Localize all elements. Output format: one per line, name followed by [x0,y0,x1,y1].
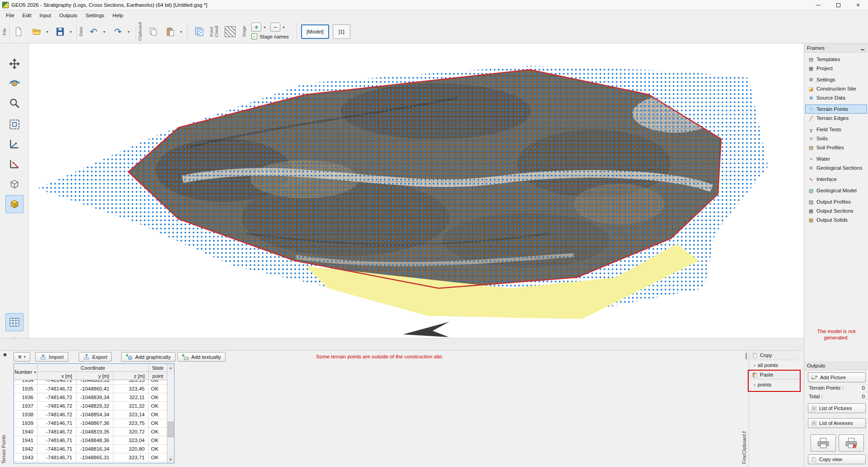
redo-dropdown[interactable]: ▾ [126,24,132,39]
viewport-3d[interactable] [29,43,804,338]
import-button[interactable]: Import [35,352,68,362]
remove-stage-button[interactable]: − [270,23,280,32]
list-of-annexes-button[interactable]: List of Annexes [808,418,866,428]
table-row[interactable]: 1941-748146,71-1048848,36323,04OK [14,436,167,445]
frame-item-geological-model[interactable]: ▧Geological Model [805,186,867,195]
frame-item-templates[interactable]: ▤Templates [805,55,867,64]
frame-item-terrain-points[interactable]: ∷Terrain Points [805,105,867,114]
horizontal-splitter[interactable] [0,338,804,351]
terrain-3d-view[interactable] [29,43,804,338]
table-row[interactable]: 1938-748146,72-1048854,34323,14OK [14,410,167,419]
close-button[interactable]: × [848,0,868,10]
redo-button[interactable]: ↷ [110,24,126,39]
table-row[interactable]: 1939-748146,71-1048867,36323,75OK [14,419,167,428]
z-header[interactable]: z [m] [113,372,148,380]
table-row[interactable]: 1934-748146,72-1048883,33325,15OK [14,380,167,385]
state-header[interactable]: State [149,364,167,372]
x-header[interactable]: x [m] [38,372,76,380]
paste-button[interactable] [163,24,178,39]
frame-item-geological-sections[interactable]: ≋Geological Sections [805,163,867,172]
print-preview-button[interactable] [839,434,864,452]
frames-minimize-button[interactable] [861,46,865,50]
menu-item-outputs[interactable]: Outputs [55,11,81,19]
paste-button-panel[interactable]: Paste [749,370,799,380]
paste-dropdown[interactable]: ▾ [178,24,184,39]
fit-screen-tool-button[interactable] [5,115,24,133]
zoom-tool-button[interactable] [5,94,24,112]
stage-1-button[interactable]: [1] [333,24,350,39]
undo-dropdown[interactable]: ▾ [101,24,107,39]
export-button[interactable]: Export [79,352,112,362]
add-picture-button[interactable]: Add Picture [808,372,866,382]
table-row[interactable]: 1937-748146,72-1048829,32321,32OK [14,402,167,410]
panel-splitter-handle[interactable] [745,353,747,359]
frame-item-output-sections[interactable]: ▦Output Sections [805,206,867,215]
axonometry-tool-button[interactable] [5,135,24,153]
axes-tool-button[interactable] [5,155,24,173]
stage-names-toggle[interactable]: ✓ Stage names [251,33,289,39]
number-header[interactable]: Number [14,369,32,375]
open-file-button[interactable] [29,24,44,39]
copy-button-panel[interactable]: Copy [749,351,799,360]
frame-item-output-profiles[interactable]: ▨Output Profiles [805,197,867,206]
coordinate-header[interactable]: Coordinate [38,364,148,372]
add-stage-button[interactable]: + [251,23,261,32]
frame-item-source-data[interactable]: ⊕Source Data [805,93,867,102]
stage-names-checkbox[interactable]: ✓ [251,33,257,39]
open-file-dropdown[interactable]: ▾ [44,24,50,39]
wireframe-view-tool-button[interactable] [5,175,24,193]
table-row[interactable]: 1942-748146,71-1048816,34320,80OK [14,445,167,453]
menu-item-help[interactable]: Help [108,11,127,19]
list-of-pictures-button[interactable]: List of Pictures [808,403,866,413]
scroll-down-icon[interactable]: ▼ [167,456,174,463]
table-row[interactable]: 1943-748146,71-1048865,31323,71OK [14,453,167,462]
orbit-tool-button[interactable] [5,74,24,92]
menu-item-settings[interactable]: Settings [81,11,108,19]
y-header[interactable]: y [m] [76,372,113,380]
save-file-button[interactable] [52,24,68,39]
menu-item-file[interactable]: File [2,11,19,19]
table-body[interactable]: 1934-748146,72-1048883,33325,15OK1935-74… [14,380,167,463]
north-arrow [403,322,449,337]
frame-item-terrain-edges[interactable]: ╱Terrain Edges [805,114,867,123]
frame-item-soils[interactable]: ≡Soils [805,134,867,143]
frame-item-soil-profiles[interactable]: ▤Soil Profiles [805,143,867,152]
add-graphically-button[interactable]: Add graphically [121,352,175,362]
stage-hatch-button[interactable] [222,24,238,39]
paste-points-item[interactable]: › points [749,380,799,390]
copy-view-button[interactable]: Copy view [808,454,866,464]
remove-stage-dropdown[interactable]: ▾ [281,23,287,32]
model-stage-button[interactable]: [Model] [301,24,329,39]
copy-button[interactable] [146,24,161,39]
add-stage-dropdown[interactable]: ▾ [262,23,268,32]
add-textually-button[interactable]: Add textually [177,352,226,362]
table-row[interactable]: 1936-748146,72-1048839,34322,11OK [14,393,167,402]
frame-item-field-tests[interactable]: ╥Field Tests [805,125,867,134]
move-tool-button[interactable] [5,55,24,73]
copy-all-points-item[interactable]: › all points [749,360,799,370]
menu-item-input[interactable]: Input [35,11,55,19]
frame-item-project[interactable]: ▦Project [805,64,867,73]
undo-button[interactable]: ↶ [86,24,101,39]
maximize-button[interactable] [828,0,848,10]
frame-item-interface[interactable]: ∿Interface [805,175,867,184]
frame-item-construction-site[interactable]: ◪Construction Site [805,84,867,93]
frame-item-water[interactable]: ≈Water [805,154,867,163]
frame-item-output-solids[interactable]: ▩Output Solids [805,215,867,224]
new-file-button[interactable] [11,24,26,39]
solid-view-tool-button[interactable] [5,195,24,213]
save-file-dropdown[interactable]: ▾ [68,24,74,39]
table-view-menu-button[interactable]: ≡ ▾ [14,352,30,362]
table-view-tool-button[interactable] [5,313,24,331]
menu-item-edit[interactable]: Edit [19,11,36,19]
scroll-up-icon[interactable]: ▲ [167,364,174,371]
terrain-points-table[interactable]: Number ▲ Coordinate x [m] y [m] z [m] St… [14,363,175,463]
scrollbar-thumb[interactable] [168,422,174,437]
minimize-button[interactable] [808,0,828,10]
table-row[interactable]: 1935-748146,72-1048860,41323,45OK [14,385,167,393]
table-row[interactable]: 1940-748146,72-1048819,35320,72OK [14,428,167,436]
point-cloud-button[interactable] [192,24,207,39]
table-scrollbar[interactable]: ▲ ▼ [167,364,174,463]
frame-item-settings[interactable]: ⚙Settings [805,75,867,84]
print-button[interactable] [811,434,836,452]
